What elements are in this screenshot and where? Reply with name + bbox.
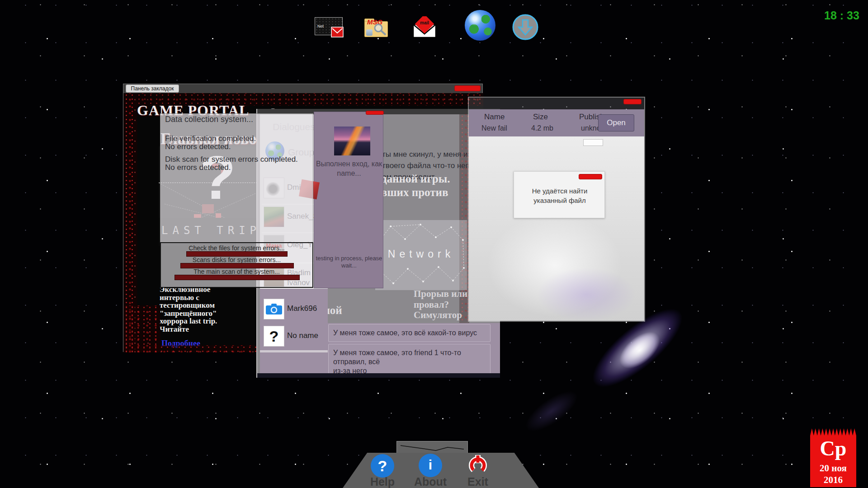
login-message: Выполнен вход, как name... — [314, 159, 384, 178]
downloader-titlebar — [469, 98, 644, 109]
chat-bubble: У меня тоже самое, это friend 1 что-то о… — [328, 344, 491, 373]
calendar-teeth — [810, 428, 856, 436]
exit-label: Exit — [464, 475, 492, 488]
browser-close-button[interactable] — [454, 85, 481, 91]
calendar-body: Ср 20 ноя 2016 — [810, 436, 856, 487]
downloader-header: Name New fail Size 4.2 mb Publisher: unk… — [469, 109, 644, 136]
avatar: ? — [264, 326, 284, 347]
file-not-found-dialog: Не удаётся найти указанный файл — [514, 171, 605, 218]
article-teaser: Эксклюзивное интервью с тестировщиком "з… — [160, 286, 232, 333]
msg-search-icon[interactable]: MSG — [364, 17, 388, 37]
globe-graphic — [465, 10, 495, 41]
file-size: 4.2 mb — [531, 124, 553, 132]
dialog-close-button[interactable] — [579, 174, 602, 179]
downloader-window: Name New fail Size 4.2 mb Publisher: unk… — [468, 97, 645, 322]
login-notification-popup: Выполнен вход, как name... testing in pr… — [314, 112, 383, 288]
check-files-button[interactable]: Check the files for system errors... — [161, 244, 312, 252]
network-label: Network — [375, 248, 467, 260]
popup-close-button[interactable] — [366, 111, 384, 115]
downloader-close-button[interactable] — [623, 99, 642, 104]
file-name: New fail — [481, 124, 507, 132]
collapsed-window-remnant — [583, 139, 603, 146]
open-button[interactable]: Open — [598, 114, 634, 131]
net-label: Net — [317, 24, 324, 28]
page-text-fragment: мой — [328, 304, 342, 317]
mail-envelope-icon — [412, 16, 437, 39]
help-button[interactable]: ? — [371, 454, 394, 478]
mail-icon[interactable]: mail — [412, 16, 437, 39]
net-mail-icon[interactable]: Net — [315, 17, 343, 35]
antivirus-window: Data collection system... File verificat… — [160, 113, 313, 242]
scan-disks-button[interactable]: Scans disks for system errors... — [161, 256, 312, 263]
calendar-widget: Ср 20 ноя 2016 — [810, 428, 856, 487]
contact-mark696[interactable]: Mark696 — [260, 299, 328, 324]
downloader-body: Не удаётся найти указанный файл — [469, 136, 644, 321]
about-label: About — [412, 475, 448, 488]
download-icon[interactable] — [512, 14, 539, 41]
main-scan-button[interactable]: The main scan of the system... — [161, 268, 312, 275]
browser-titlebar: Панель закладок — [123, 84, 482, 93]
calendar-weekday: Ср — [810, 436, 856, 460]
messenger-bottom-bar — [257, 373, 500, 378]
magnifier-icon — [373, 23, 387, 36]
av-status-disk: Disk scan for system errors completed. N… — [165, 155, 298, 171]
camera-icon — [265, 302, 283, 316]
about-button[interactable]: i — [419, 454, 442, 477]
exit-button[interactable] — [466, 453, 490, 478]
dock-handle[interactable] — [396, 441, 468, 453]
testing-status-text: testing in process, please wait... — [314, 255, 384, 269]
column-name: Name — [484, 113, 505, 122]
login-avatar-image — [334, 127, 370, 155]
power-icon — [466, 453, 490, 478]
database-cylinder-icon — [366, 29, 373, 36]
column-size: Size — [533, 113, 548, 122]
progress-bar — [175, 275, 300, 280]
contact-no-name[interactable]: ? No name — [260, 326, 328, 351]
av-status-files: File verification completed. No errors d… — [165, 135, 256, 150]
calendar-day-month: 20 ноя — [810, 463, 856, 474]
clock: 18 : 33 — [819, 9, 864, 23]
avatar — [264, 299, 284, 319]
red-envelope-icon — [331, 27, 344, 38]
network-image: Network — [375, 220, 467, 290]
bookmarks-panel-tab[interactable]: Панель закладок — [126, 84, 179, 93]
antivirus-actions-panel: Check the files for system errors... Sca… — [160, 242, 313, 288]
calendar-year: 2016 — [810, 474, 856, 486]
download-arrow-icon — [512, 14, 539, 41]
mail-label: mail — [412, 20, 437, 25]
help-label: Help — [366, 475, 399, 488]
error-message: Не удаётся найти указанный файл — [515, 186, 604, 205]
av-status-collecting: Data collection system... — [165, 116, 253, 124]
desktop: Net MSG mail 18 : 33 — [0, 0, 868, 488]
chat-bubble: У меня тоже самое, это всё какой-то виру… — [328, 324, 491, 342]
crack-line-graphic — [397, 441, 467, 453]
browser-globe-icon[interactable] — [465, 10, 495, 41]
page-text-fragment: данной игры. вших против — [381, 172, 450, 199]
